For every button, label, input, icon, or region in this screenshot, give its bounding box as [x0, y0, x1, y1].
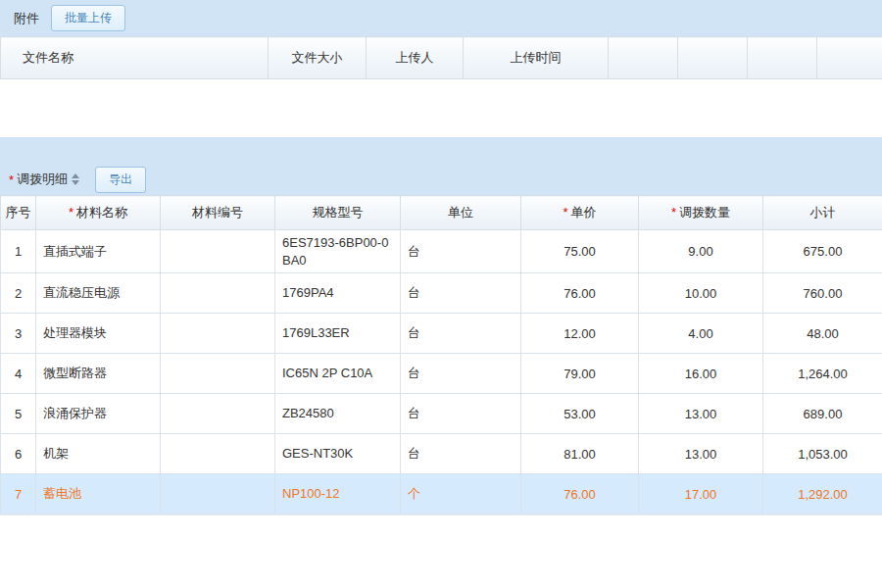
cell-material-name: 处理器模块 [36, 314, 161, 354]
cell-no: 3 [1, 314, 36, 354]
cell-material-name: 蓄电池 [36, 474, 161, 514]
attachments-toolbar: 附件 批量上传 [0, 0, 882, 36]
col-upload-time: 上传时间 [464, 37, 609, 79]
col-empty-4 [817, 37, 882, 79]
cell-unit: 台 [401, 230, 521, 273]
col-uploader: 上传人 [367, 37, 464, 79]
cell-qty: 10.00 [639, 273, 763, 314]
cell-material-name: 直插式端子 [36, 230, 161, 273]
cell-price: 12.00 [521, 314, 639, 354]
cell-qty: 9.00 [639, 230, 763, 273]
cell-no: 4 [1, 354, 36, 394]
cell-spec: NP100-12 [275, 474, 401, 514]
attachments-label: 附件 [14, 10, 39, 27]
cell-material-code [161, 273, 275, 314]
cell-spec: 6ES7193-6BP00-0BA0 [275, 230, 401, 273]
col-subtotal: 小计 [763, 196, 882, 230]
cell-qty: 13.00 [639, 394, 763, 434]
table-row[interactable]: 2 直流稳压电源 1769PA4 台 76.00 10.00 760.00 [1, 273, 882, 314]
cell-qty: 16.00 [639, 354, 763, 394]
detail-header-row: 序号 *材料名称 材料编号 规格型号 单位 *单价 *调拨数量 小计 [1, 196, 882, 230]
col-material-code: 材料编号 [161, 196, 275, 230]
footer-region: 合计: 5,781.00 金额大写: 伍仟柒佰捌拾壹 泛普软件 www.fanp… [0, 514, 882, 588]
cell-price: 76.00 [521, 273, 639, 314]
cell-spec: GES-NT30K [275, 434, 401, 474]
cell-no: 2 [1, 273, 36, 314]
cell-subtotal: 1,053.00 [763, 434, 882, 474]
cell-unit: 台 [401, 354, 521, 394]
attachments-empty-body [1, 79, 882, 138]
col-material-name: *材料名称 [36, 196, 161, 230]
sort-arrows-icon[interactable] [72, 173, 79, 185]
cell-material-code [161, 354, 275, 394]
col-unit-price: *单价 [521, 196, 639, 230]
col-unit: 单位 [401, 196, 521, 230]
cell-no: 6 [1, 434, 36, 474]
section-gap [0, 137, 882, 164]
cell-price: 76.00 [521, 474, 639, 514]
col-spec-model: 规格型号 [275, 196, 401, 230]
table-row[interactable]: 6 机架 GES-NT30K 台 81.00 13.00 1,053.00 [1, 434, 882, 474]
cell-qty: 13.00 [639, 434, 763, 474]
cell-material-code [161, 314, 275, 354]
cell-no: 7 [1, 474, 36, 514]
export-button[interactable]: 导出 [95, 167, 146, 193]
cell-unit: 台 [401, 314, 521, 354]
col-transfer-qty: *调拨数量 [639, 196, 763, 230]
cell-material-code [161, 434, 275, 474]
cell-material-code [161, 394, 275, 434]
cell-spec: ZB24580 [275, 394, 401, 434]
cell-unit: 个 [401, 474, 521, 514]
col-no: 序号 [1, 196, 36, 230]
cell-no: 1 [1, 230, 36, 273]
cell-subtotal: 689.00 [763, 394, 882, 434]
cell-unit: 台 [401, 434, 521, 474]
cell-spec: 1769PA4 [275, 273, 401, 314]
detail-titlebar: * 调拨明细 导出 [0, 164, 882, 195]
col-file-size: 文件大小 [269, 37, 367, 79]
col-empty-3 [748, 37, 817, 79]
cell-material-code [161, 474, 275, 514]
cell-subtotal: 760.00 [763, 273, 882, 314]
transfer-detail-table: 序号 *材料名称 材料编号 规格型号 单位 *单价 *调拨数量 小计 1 直插式… [0, 195, 882, 514]
col-empty-1 [609, 37, 678, 79]
table-row[interactable]: 1 直插式端子 6ES7193-6BP00-0BA0 台 75.00 9.00 … [1, 230, 882, 273]
cell-price: 81.00 [521, 434, 639, 474]
required-mark: * [9, 172, 14, 187]
cell-material-name: 机架 [36, 434, 161, 474]
cell-qty: 17.00 [639, 474, 763, 514]
cell-subtotal: 1,292.00 [763, 474, 882, 514]
cell-price: 79.00 [521, 354, 639, 394]
cell-material-code [161, 230, 275, 273]
attachments-header-row: 文件名称 文件大小 上传人 上传时间 [1, 37, 882, 79]
cell-subtotal: 48.00 [763, 314, 882, 354]
table-row[interactable]: 4 微型断路器 IC65N 2P C10A 台 79.00 16.00 1,26… [1, 354, 882, 394]
cell-qty: 4.00 [639, 314, 763, 354]
table-row-selected[interactable]: 7 蓄电池 NP100-12 个 76.00 17.00 1,292.00 [1, 474, 882, 514]
cell-price: 75.00 [521, 230, 639, 273]
cell-unit: 台 [401, 394, 521, 434]
cell-material-name: 浪涌保护器 [36, 394, 161, 434]
detail-section-title: 调拨明细 [17, 171, 68, 188]
table-row[interactable]: 3 处理器模块 1769L33ER 台 12.00 4.00 48.00 [1, 314, 882, 354]
cell-spec: 1769L33ER [275, 314, 401, 354]
cell-material-name: 直流稳压电源 [36, 273, 161, 314]
batch-upload-button[interactable]: 批量上传 [51, 5, 125, 31]
col-file-name: 文件名称 [1, 37, 269, 79]
page: 附件 批量上传 文件名称 文件大小 上传人 上传时间 * 调拨 [0, 0, 882, 588]
attachments-table: 文件名称 文件大小 上传人 上传时间 [0, 36, 882, 137]
cell-material-name: 微型断路器 [36, 354, 161, 394]
cell-price: 53.00 [521, 394, 639, 434]
cell-no: 5 [1, 394, 36, 434]
cell-spec: IC65N 2P C10A [275, 354, 401, 394]
cell-subtotal: 1,264.00 [763, 354, 882, 394]
cell-unit: 台 [401, 273, 521, 314]
table-row[interactable]: 5 浪涌保护器 ZB24580 台 53.00 13.00 689.00 [1, 394, 882, 434]
col-empty-2 [678, 37, 748, 79]
cell-subtotal: 675.00 [763, 230, 882, 273]
